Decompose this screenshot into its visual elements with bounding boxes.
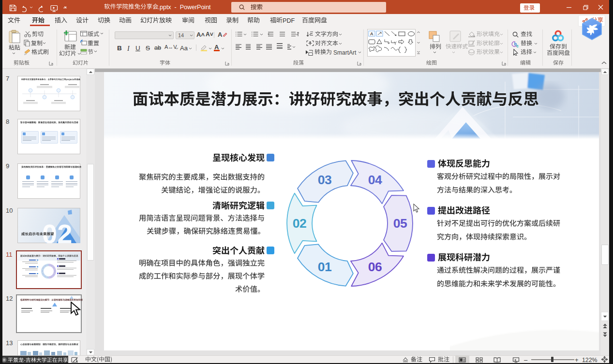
svg-text:01: 01 [318, 260, 331, 274]
svg-text:06: 06 [368, 260, 382, 274]
svg-text:05: 05 [393, 216, 407, 231]
svg-text:c: c [516, 44, 519, 48]
svg-text:A: A [370, 31, 374, 36]
svg-text:02: 02 [293, 216, 306, 231]
svg-text:03: 03 [318, 173, 331, 187]
svg-text:04: 04 [368, 173, 382, 187]
svg-text:02: 02 [42, 218, 72, 243]
